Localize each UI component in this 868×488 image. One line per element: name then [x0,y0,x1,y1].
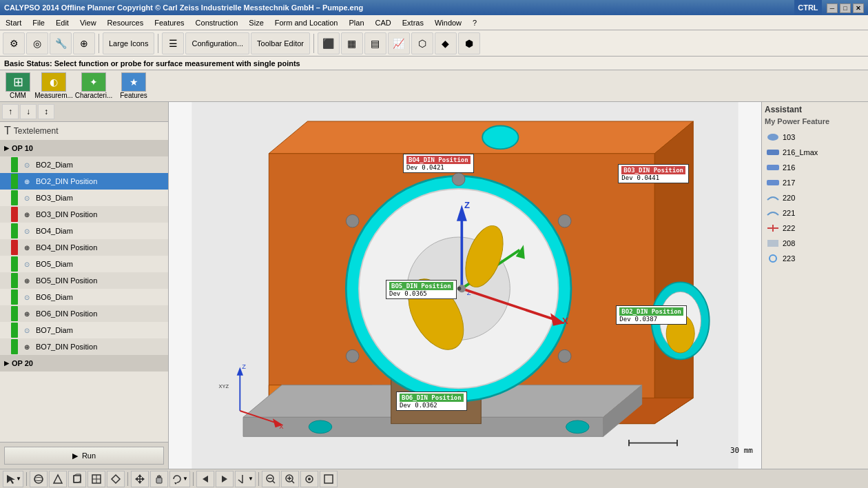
menu-plan[interactable]: Plan [343,15,369,30]
menu-construction[interactable]: Construction [190,15,244,30]
tree-header: T Textelement [0,122,168,140]
feature-222[interactable]: 222 [765,221,865,236]
maximize-button[interactable]: □ [840,3,851,13]
panel-up-btn[interactable]: ↑ [2,104,19,119]
tb-align-right[interactable]: ▤ [364,32,386,54]
feature-223[interactable]: 223 [765,251,865,266]
close-button[interactable]: ✕ [853,3,864,13]
tb-icon3[interactable]: 🔧 [50,32,72,54]
tb-3d-1[interactable]: ⬡ [411,32,433,54]
menu-form-location[interactable]: Form and Location [269,15,344,30]
tree-item-bo6din[interactable]: ⊕ BO6_DIN Position [0,305,168,322]
tb-icon1[interactable]: ⚙ [3,32,25,54]
feature-217[interactable]: 217 [765,175,865,190]
large-icons-button[interactable]: Large Icons [103,32,154,54]
svg-point-30 [558,214,571,227]
top-view-btn[interactable] [107,471,125,487]
svg-marker-66 [112,475,120,483]
tree-item-bo5diam[interactable]: ⊙ BO5_Diam [0,256,168,272]
app-title: CALYPSO 2014 Offline Planner Copyright ©… [4,3,363,12]
zoom-out-btn[interactable] [262,471,280,487]
svg-point-49 [767,134,778,141]
configuration-button[interactable]: Configuration... [185,32,249,54]
color-indicator [11,273,18,288]
tb-chart[interactable]: 📈 [388,32,410,54]
tb-sep3 [313,34,314,53]
menu-help[interactable]: ? [467,15,482,30]
sphere-btn[interactable] [30,471,48,487]
cube-btn[interactable] [68,471,86,487]
window-zoom-btn[interactable] [320,471,338,487]
tb-3d-2[interactable]: ◆ [435,32,457,54]
feature-208[interactable]: 208 [765,236,865,251]
tree-item-bo6diam[interactable]: ⊙ BO6_Diam [0,289,168,305]
zoom-in-btn[interactable] [281,471,299,487]
menu-size[interactable]: Size [243,15,269,30]
svg-line-83 [273,480,276,483]
tree-container[interactable]: ▶ OP 10 ⊙ BO2_Diam ⊕ BO2_DIN Position [0,140,168,442]
minimize-button[interactable]: ─ [827,3,838,13]
tree-item-bo4diam[interactable]: ⊙ BO4_Diam [0,223,168,239]
tb-3d-3[interactable]: ⬢ [458,32,480,54]
front-view-btn[interactable] [87,471,105,487]
tree-item-bo3din[interactable]: ⊕ BO3_DIN Position [0,206,168,223]
run-label: Run [82,451,96,460]
menu-file[interactable]: File [27,15,50,30]
tb-align-left[interactable]: ⬛ [318,32,340,54]
menu-cad[interactable]: CAD [370,15,397,30]
svg-marker-70 [138,481,142,484]
tb-list-icon[interactable]: ☰ [162,32,184,54]
prev-btn[interactable] [196,471,214,487]
run-button[interactable]: ▶ Run [4,447,164,465]
panel-refresh-btn[interactable]: ↕ [38,104,54,119]
perp-btn[interactable]: ▼ [235,471,256,487]
hand-btn[interactable] [150,471,168,487]
menu-start[interactable]: Start [0,15,27,30]
fit-btn[interactable] [300,471,318,487]
tb-icon2[interactable]: ◎ [26,32,48,54]
color-indicator [11,240,18,255]
select-tool-btn[interactable]: ▼ [3,471,23,487]
feature-221[interactable]: 221 [765,205,865,221]
panel-down-btn[interactable]: ↓ [20,104,37,119]
menu-window[interactable]: Window [429,15,467,30]
rotate-btn[interactable]: ▼ [169,471,190,487]
tree-item-bo2diam[interactable]: ⊙ BO2_Diam [0,156,168,173]
feature-220[interactable]: 220 [765,190,865,205]
tb-icon4[interactable]: ⊕ [73,32,95,54]
tree-item-bo7diam[interactable]: ⊙ BO7_Diam [0,322,168,338]
op10-label: OP 10 [12,144,33,152]
characterize-label: Characteri... [75,92,112,99]
target-icon: ⊕ [21,208,33,221]
cmm-button[interactable]: ⊞ CMM [3,72,33,99]
menu-extras[interactable]: Extras [397,15,429,30]
menu-resources[interactable]: Resources [102,15,149,30]
tree-item-bo2din[interactable]: ⊕ BO2_DIN Position [0,173,168,190]
item-label: BO3_DIN Position [36,210,97,218]
scale-label: 30 mm [730,446,753,455]
tree-item-bo3diam[interactable]: ⊙ BO3_Diam [0,190,168,206]
ctrl-button[interactable]: CTRL [794,0,822,15]
svg-text:X: X [279,423,284,430]
cone-btn[interactable] [49,471,67,487]
features-button[interactable]: ★ Features [116,72,152,99]
measurement-button[interactable]: ◐ Measurem... [36,72,72,99]
tb-align-center[interactable]: ▦ [341,32,363,54]
feature-icon [766,207,780,218]
pan-btn[interactable] [131,471,149,487]
menu-view[interactable]: View [74,15,102,30]
tree-item-bo7din[interactable]: ⊕ BO7_DIN Position [0,338,168,355]
toolbar-editor-button[interactable]: Toolbar Editor [251,32,310,54]
tree-item-bo5din[interactable]: ⊕ BO5_DIN Position [0,272,168,289]
feature-216lmax[interactable]: 216_Lmax [765,145,865,160]
menu-features[interactable]: Features [149,15,189,30]
tree-item-bo4din[interactable]: ⊕ BO4_DIN Position [0,239,168,256]
feature-103[interactable]: 103 [765,130,865,145]
feature-216[interactable]: 216 [765,160,865,175]
characterize-button[interactable]: ✦ Characteri... [74,72,113,99]
next-btn[interactable] [216,471,234,487]
tree-item-op20[interactable]: ▶ OP 20 [0,355,168,372]
menu-edit[interactable]: Edit [50,15,74,30]
cmm-label: CMM [10,92,26,99]
tree-item-op10[interactable]: ▶ OP 10 [0,140,168,156]
